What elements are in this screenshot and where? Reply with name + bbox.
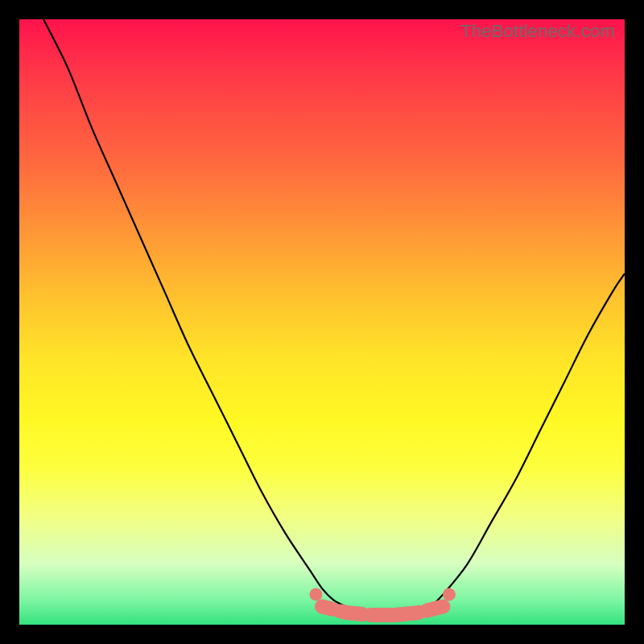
curve-left-path — [43, 19, 346, 606]
baseline-marker-dot — [443, 588, 456, 601]
chart-svg — [19, 19, 625, 625]
plot-area: TheBottleneck.com — [19, 19, 625, 625]
series-baseline-markers — [309, 588, 455, 615]
baseline-marker-path — [322, 606, 443, 615]
series-curve-left — [43, 19, 346, 606]
series-curve-right — [431, 274, 625, 607]
curve-right-path — [431, 274, 625, 607]
baseline-marker-dot — [309, 588, 322, 601]
chart-frame: TheBottleneck.com — [0, 0, 644, 644]
